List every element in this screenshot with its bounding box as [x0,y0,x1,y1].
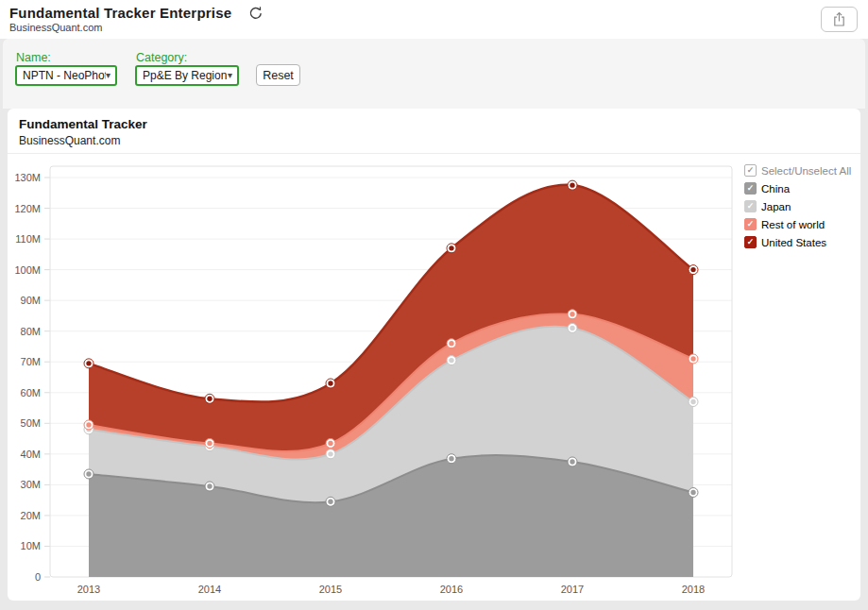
legend-items: ✓China✓Japan✓Rest of world✓United States [744,179,859,251]
name-dropdown[interactable]: NPTN - NeoPhoto ▾ [15,65,117,86]
name-filter-label: Name: [16,51,51,64]
legend-checkbox[interactable]: ✓ [744,218,757,230]
top-bar: Fundamental Tracker Enterprise BusinessQ… [0,0,868,39]
legend-select-all[interactable]: ✓ Select/Unselect All [744,161,859,179]
chart-plot: 010M20M30M40M50M60M70M80M90M100M110M120M… [8,109,860,601]
svg-text:50M: 50M [21,417,41,429]
svg-text:60M: 60M [21,387,41,398]
svg-text:30M: 30M [21,479,41,490]
app-subtitle: BusinessQuant.com [9,22,102,33]
name-dropdown-value: NPTN - NeoPhoto [17,69,106,82]
chart-card: Fundamental Tracker BusinessQuant.com 01… [8,109,860,601]
category-dropdown[interactable]: Pp&E By Region ▾ [135,65,239,86]
svg-text:10M: 10M [21,540,41,551]
legend-select-all-label: Select/Unselect All [761,165,851,177]
svg-text:2013: 2013 [77,584,100,595]
refresh-button[interactable] [247,5,264,22]
svg-text:80M: 80M [21,326,41,337]
svg-text:20M: 20M [21,510,41,521]
svg-text:130M: 130M [14,172,41,183]
legend-item-china[interactable]: ✓China [744,179,859,197]
svg-text:120M: 120M [14,203,41,214]
svg-text:70M: 70M [21,356,41,367]
legend-checkbox[interactable]: ✓ [744,236,757,248]
app-title: Fundamental Tracker Enterprise [9,5,231,21]
export-icon [832,11,846,27]
svg-text:2014: 2014 [198,584,221,595]
svg-text:100M: 100M [14,264,41,276]
export-button[interactable] [821,7,858,32]
reset-button[interactable]: Reset [256,64,300,86]
legend-item-japan[interactable]: ✓Japan [744,197,859,215]
svg-text:2017: 2017 [561,584,584,595]
svg-text:90M: 90M [21,295,41,306]
legend-checkbox[interactable]: ✓ [744,182,757,195]
legend-item-rest-of-world[interactable]: ✓Rest of world [744,215,859,233]
chevron-down-icon: ▾ [106,71,115,80]
svg-text:40M: 40M [21,449,41,460]
chart-legend: ✓ Select/Unselect All ✓China✓Japan✓Rest … [744,161,859,251]
category-filter-label: Category: [136,51,187,64]
filter-bar: Name: NPTN - NeoPhoto ▾ Category: Pp&E B… [3,39,865,109]
legend-checkbox[interactable]: ✓ [744,200,757,212]
svg-text:110M: 110M [15,233,41,245]
select-all-checkbox[interactable]: ✓ [744,164,757,177]
svg-text:2018: 2018 [682,584,705,595]
legend-item-label: China [761,183,790,195]
svg-text:0: 0 [35,571,41,583]
chevron-down-icon: ▾ [228,71,237,80]
legend-item-label: United States [761,237,826,248]
category-dropdown-value: Pp&E By Region [137,69,228,82]
svg-text:2016: 2016 [440,584,463,595]
refresh-icon [247,5,264,22]
legend-item-united-states[interactable]: ✓United States [744,233,859,251]
svg-text:2015: 2015 [319,584,342,595]
legend-item-label: Japan [761,201,791,212]
legend-item-label: Rest of world [761,219,825,230]
